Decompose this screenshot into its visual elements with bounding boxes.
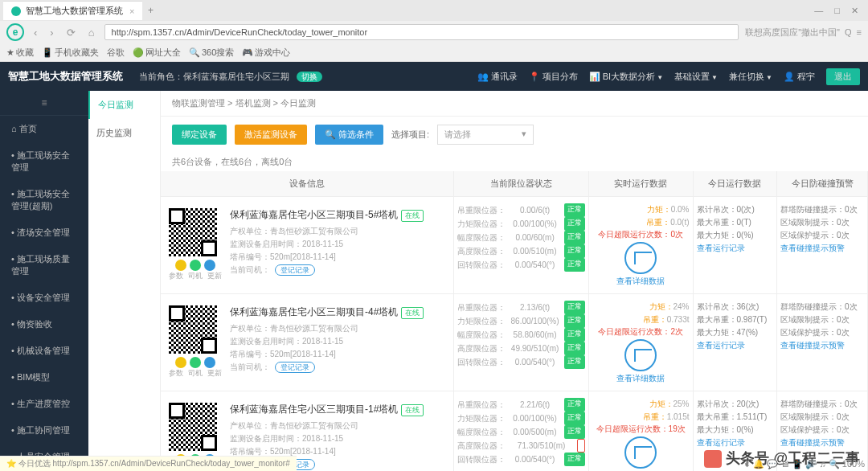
activate-device-button[interactable]: 激活监测设备 [235,125,307,145]
bookmark-item[interactable]: 🔍 360搜索 [189,47,234,59]
sub-sidebar: 今日监测 历史监测 [88,91,161,471]
run-record-link[interactable]: 查看运行记录 [697,242,774,255]
address-bar: e ‹ › ⟳ ⌂ http://spm.1357.cn/Admin/Devic… [0,21,868,43]
collision-link[interactable]: 查看碰撞提示预警 [780,339,864,352]
param-icon[interactable] [175,357,186,368]
menu-icon[interactable]: ≡ [857,27,862,37]
sidebar-item[interactable]: • BIM模型 [0,364,88,391]
table-row: 参数司机更新保利蓝海嘉居住宅小区三期项目-5#塔机在线产权单位：青岛恒砂源工贸有… [161,197,868,294]
limit-status: 正常 [564,217,585,231]
sub-item-history[interactable]: 历史监测 [88,119,160,147]
sidebar-item[interactable]: • 机械设备管理 [0,338,88,364]
sidebar: ≡ ⌂ 首页• 施工现场安全管理• 施工现场安全管理(超期)• 渣场安全管理• … [0,91,88,471]
collision-link[interactable]: 查看碰撞提示预警 [780,242,864,255]
limit-status: 正常 [564,301,585,314]
app-title: 智慧工地大数据管理系统 [8,69,123,84]
limit-status: 正常 [564,425,585,439]
bookmark-item[interactable]: 🎮 游戏中心 [242,47,290,59]
record-button[interactable]: 登记记录 [275,362,315,373]
limit-status: 正常 [564,412,585,425]
search-icon[interactable]: Q [845,27,852,37]
forward-icon[interactable]: › [47,27,56,39]
detail-link[interactable]: 查看详细数据 [592,373,690,384]
bookmark-item[interactable]: ★ 收藏 [6,47,34,59]
column-header: 今日防碰撞预警 [777,171,868,197]
filter-button[interactable]: 🔍 筛选条件 [315,125,383,145]
sidebar-item[interactable]: • 施工现场安全管理(超期) [0,181,88,219]
app-nav: 👥 通讯录 📍 项目分布 📊 BI大数据分析▼ 基础设置▼ 兼任切换▼ 👤 程宇… [477,68,860,85]
nav-bi[interactable]: 📊 BI大数据分析▼ [589,71,663,83]
sidebar-collapse-icon[interactable]: ≡ [0,91,88,116]
close-window-icon[interactable]: ✕ [851,6,858,16]
browser-chrome: 智慧工地大数据管理系统 × + — □ ✕ e ‹ › ⟳ ⌂ http://s… [0,0,868,62]
home-icon[interactable]: ⌂ [85,27,98,39]
sidebar-item[interactable]: • 生产进度管控 [0,391,88,417]
new-tab-button[interactable]: + [142,5,158,16]
limit-status: 正常 [564,231,585,244]
sub-item-today[interactable]: 今日监测 [88,91,160,119]
column-header: 当前限位器状态 [454,171,588,197]
sidebar-item[interactable]: • 施工协同管理 [0,417,88,444]
app-header: 智慧工地大数据管理系统 当前角色：保利蓝海嘉居住宅小区三期 切换 👥 通讯录 📍… [0,62,868,91]
overflow-link[interactable]: 今日超限运行次数：0次 [592,229,690,240]
logout-button[interactable]: 退出 [826,68,860,85]
back-icon[interactable]: ‹ [31,27,40,39]
tab-title: 智慧工地大数据管理系统 [26,5,123,17]
crane-icon [624,339,657,371]
bookmark-item[interactable]: 谷歌 [107,47,125,59]
bookmark-bar: ★ 收藏 📱 手机收藏夹 谷歌 🟢 网址大全 🔍 360搜索 🎮 游戏中心 [0,43,868,61]
refresh-icon[interactable]: ⟳ [63,27,79,39]
table-row: 参数司机更新保利蓝海嘉居住宅小区三期项目-4#塔机在线产权单位：青岛恒砂源工贸有… [161,294,868,391]
limit-status: 正常 [564,398,585,412]
nav-user[interactable]: 👤 程宇 [784,71,815,83]
crane-icon [624,242,657,274]
update-icon[interactable] [204,260,215,271]
status-bar: ⭐ 今日优选 http://spm.1357.cn/Admin/DeviceRu… [0,456,297,471]
limit-status: 正常 [564,355,585,369]
detail-link[interactable]: 查看详细数据 [592,276,690,287]
status-badge: 在线 [401,307,424,319]
select-label: 选择项目: [391,129,429,141]
tab-bar: 智慧工地大数据管理系统 × + — □ ✕ [0,0,868,21]
sidebar-item[interactable]: • 施工现场质量管理 [0,246,88,285]
column-header: 设备信息 [161,171,454,197]
bookmark-item[interactable]: 📱 手机收藏夹 [42,47,99,59]
nav-projects[interactable]: 📍 项目分布 [529,71,578,83]
sidebar-item[interactable]: • 物资验收 [0,311,88,338]
driver-icon[interactable] [190,260,201,271]
switch-role-button[interactable]: 切换 [297,72,322,82]
minimize-icon[interactable]: — [814,6,823,16]
nav-contacts[interactable]: 👥 通讯录 [477,71,518,83]
record-button[interactable]: 登记记录 [275,264,315,276]
sidebar-item[interactable]: ⌂ 首页 [0,116,88,142]
overflow-link[interactable]: 今日超限运行次数：2次 [592,326,690,338]
sidebar-item[interactable]: • 设备安全管理 [0,285,88,311]
maximize-icon[interactable]: □ [834,6,840,16]
update-icon[interactable] [204,357,215,368]
url-input[interactable]: http://spm.1357.cn/Admin/DeviceRunCheck/… [104,24,739,40]
limit-status: 正常 [564,244,585,258]
sidebar-item[interactable]: • 渣场安全管理 [0,219,88,246]
run-record-link[interactable]: 查看运行记录 [697,339,774,352]
status-badge: 在线 [401,404,424,416]
driver-icon[interactable] [190,357,201,368]
qr-code [169,208,217,256]
bind-device-button[interactable]: 绑定设备 [172,125,227,145]
project-select[interactable]: 请选择▾ [437,125,534,145]
headline-text[interactable]: 联想高度国应"撤出中国" [745,27,840,39]
chevron-down-icon: ▾ [522,129,526,141]
device-count: 共6台设备，在线6台，离线0台 [161,153,868,171]
nav-settings[interactable]: 基础设置▼ [674,71,718,83]
nav-switch[interactable]: 兼任切换▼ [729,71,772,83]
sidebar-item[interactable]: • 施工现场安全管理 [0,142,88,181]
limit-status: 正常 [564,328,585,342]
bookmark-item[interactable]: 🟢 网址大全 [133,47,181,59]
collision-link[interactable]: 查看碰撞提示预警 [780,436,864,449]
close-icon[interactable]: × [129,6,134,16]
browser-tab[interactable]: 智慧工地大数据管理系统 × [3,1,142,20]
param-icon[interactable] [175,260,186,271]
run-record-link[interactable]: 查看运行记录 [697,436,774,449]
tray-icons: ⬇ 🔔 💬 🖥 📱 🔊 ♬ 🔍 100% [743,459,865,469]
overflow-link[interactable]: 今日超限运行次数：19次 [592,424,690,435]
browser-logo[interactable]: e [6,23,24,41]
